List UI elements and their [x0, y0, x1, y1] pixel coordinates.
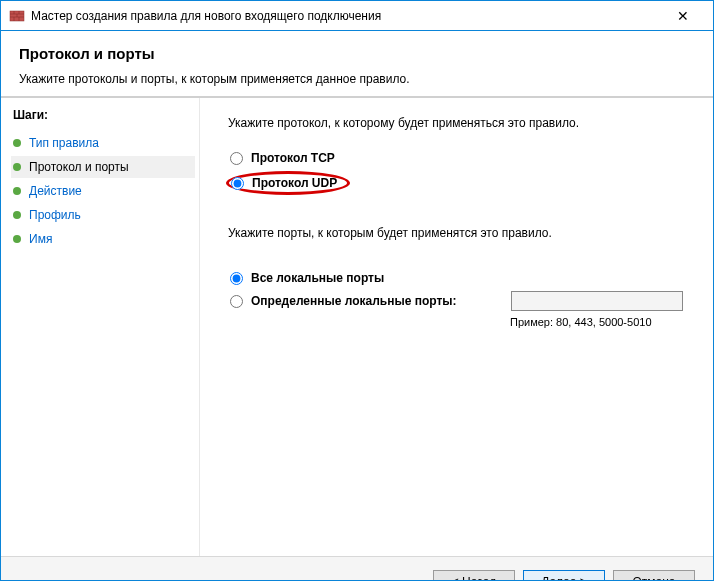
bullet-icon: [13, 163, 21, 171]
step-profile[interactable]: Профиль: [11, 204, 195, 226]
step-label: Протокол и порты: [29, 160, 129, 174]
steps-sidebar: Шаги: Тип правила Протокол и порты Дейст…: [1, 98, 199, 556]
bullet-icon: [13, 235, 21, 243]
protocol-prompt: Укажите протокол, к которому будет приме…: [228, 116, 689, 130]
close-icon: ✕: [677, 8, 689, 24]
firewall-icon: [9, 8, 25, 24]
bullet-icon: [13, 139, 21, 147]
page-title: Протокол и порты: [19, 45, 695, 62]
protocol-udp-row[interactable]: Протокол UDP: [230, 168, 689, 198]
ports-specific-radio[interactable]: [230, 295, 243, 308]
protocol-tcp-label[interactable]: Протокол TCP: [251, 151, 335, 165]
titlebar: Мастер создания правила для нового входя…: [1, 1, 713, 31]
step-name[interactable]: Имя: [11, 228, 195, 250]
wizard-header: Протокол и порты Укажите протоколы и пор…: [1, 31, 713, 98]
back-button[interactable]: < Назад: [433, 570, 515, 582]
step-label: Тип правила: [29, 136, 99, 150]
ports-all-radio[interactable]: [230, 272, 243, 285]
step-action[interactable]: Действие: [11, 180, 195, 202]
ports-all-row[interactable]: Все локальные порты: [230, 268, 689, 288]
ports-all-label[interactable]: Все локальные порты: [251, 271, 511, 285]
protocol-udp-label[interactable]: Протокол UDP: [252, 176, 337, 190]
next-button[interactable]: Далее >: [523, 570, 605, 582]
steps-heading: Шаги:: [11, 108, 195, 122]
ports-prompt: Укажите порты, к которым будет применятс…: [228, 226, 689, 240]
protocol-udp-radio[interactable]: [231, 177, 244, 190]
wizard-body: Шаги: Тип правила Протокол и порты Дейст…: [1, 98, 713, 556]
window-title: Мастер создания правила для нового входя…: [31, 9, 660, 23]
highlight-annotation: Протокол UDP: [226, 171, 350, 195]
wizard-footer: < Назад Далее > Отмена: [1, 556, 713, 581]
protocol-tcp-radio[interactable]: [230, 152, 243, 165]
bullet-icon: [13, 211, 21, 219]
step-label: Профиль: [29, 208, 81, 222]
cancel-button[interactable]: Отмена: [613, 570, 695, 582]
protocol-tcp-row[interactable]: Протокол TCP: [230, 148, 689, 168]
ports-input[interactable]: [511, 291, 683, 311]
step-label: Действие: [29, 184, 82, 198]
ports-specific-label[interactable]: Определенные локальные порты:: [251, 294, 511, 308]
bullet-icon: [13, 187, 21, 195]
main-panel: Укажите протокол, к которому будет приме…: [199, 98, 713, 556]
step-protocol-ports[interactable]: Протокол и порты: [11, 156, 195, 178]
ports-specific-row[interactable]: Определенные локальные порты:: [230, 288, 689, 314]
page-subtitle: Укажите протоколы и порты, к которым при…: [19, 72, 695, 86]
ports-example: Пример: 80, 443, 5000-5010: [510, 316, 689, 328]
step-label: Имя: [29, 232, 52, 246]
step-rule-type[interactable]: Тип правила: [11, 132, 195, 154]
close-button[interactable]: ✕: [660, 1, 705, 30]
